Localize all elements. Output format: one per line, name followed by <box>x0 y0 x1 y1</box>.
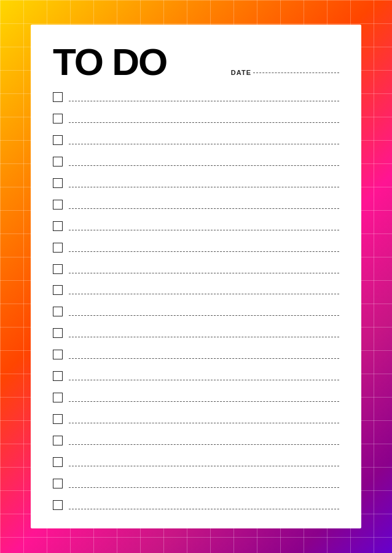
checkbox[interactable] <box>53 157 63 167</box>
date-line <box>253 73 339 73</box>
header: TO DO DATE <box>53 43 339 81</box>
page-title: TO DO <box>53 43 167 81</box>
checkbox[interactable] <box>53 500 63 510</box>
date-section: DATE <box>231 69 339 81</box>
checkbox[interactable] <box>53 221 63 231</box>
checkbox[interactable] <box>53 414 63 424</box>
checkbox[interactable] <box>53 264 63 274</box>
item-line <box>69 243 339 252</box>
item-line <box>69 307 339 316</box>
checkbox[interactable] <box>53 178 63 188</box>
list-item <box>53 479 339 488</box>
item-line <box>69 329 339 337</box>
date-label: DATE <box>231 69 251 76</box>
list-item <box>53 135 339 145</box>
list-item <box>53 350 339 359</box>
list-item <box>53 436 339 445</box>
checkbox[interactable] <box>53 457 63 467</box>
item-line <box>69 415 339 423</box>
list-item <box>53 200 339 210</box>
checkbox[interactable] <box>53 135 63 145</box>
list-item <box>53 157 339 167</box>
item-line <box>69 458 339 466</box>
paper: TO DO DATE <box>31 25 361 528</box>
item-line <box>69 286 339 294</box>
item-line <box>69 393 339 402</box>
item-line <box>69 436 339 445</box>
checkbox[interactable] <box>53 350 63 359</box>
item-line <box>69 136 339 144</box>
item-line <box>69 350 339 359</box>
checklist <box>53 92 339 510</box>
list-item <box>53 285 339 295</box>
list-item <box>53 328 339 338</box>
checkbox[interactable] <box>53 307 63 316</box>
checkbox[interactable] <box>53 92 63 102</box>
item-line <box>69 179 339 187</box>
item-line <box>69 479 339 488</box>
list-item <box>53 457 339 467</box>
list-item <box>53 393 339 402</box>
checkbox[interactable] <box>53 114 63 124</box>
checkbox[interactable] <box>53 200 63 210</box>
list-item <box>53 221 339 231</box>
item-line <box>69 114 339 123</box>
checkbox[interactable] <box>53 436 63 445</box>
list-item <box>53 414 339 424</box>
item-line <box>69 157 339 166</box>
item-line <box>69 372 339 380</box>
list-item <box>53 178 339 188</box>
list-item <box>53 114 339 124</box>
item-line <box>69 200 339 209</box>
checkbox[interactable] <box>53 479 63 488</box>
list-item <box>53 92 339 102</box>
list-item <box>53 243 339 253</box>
list-item <box>53 264 339 274</box>
item-line <box>69 265 339 273</box>
item-line <box>69 501 339 509</box>
checkbox[interactable] <box>53 328 63 338</box>
item-line <box>69 93 339 101</box>
list-item <box>53 371 339 381</box>
checkbox[interactable] <box>53 371 63 381</box>
list-item <box>53 307 339 316</box>
checkbox[interactable] <box>53 243 63 253</box>
list-item <box>53 500 339 510</box>
checkbox[interactable] <box>53 393 63 402</box>
item-line <box>69 222 339 230</box>
checkbox[interactable] <box>53 285 63 295</box>
